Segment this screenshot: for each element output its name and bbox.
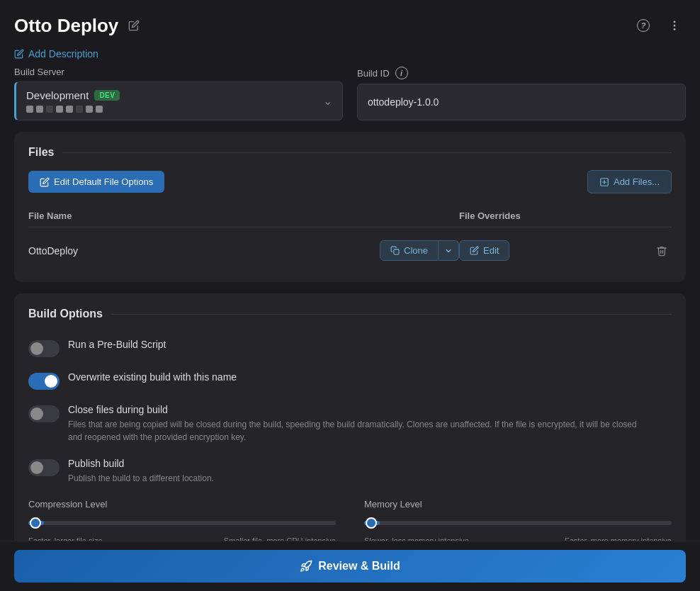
option-pre-build: Run a Pre-Build Script — [28, 332, 672, 364]
app-title: Otto Deploy — [14, 15, 118, 37]
files-panel: Files Edit Default File Options Add File… — [14, 132, 686, 282]
build-server-dropdown[interactable]: Development DEV ⌄ — [14, 81, 343, 120]
add-description-label: Add Description — [28, 48, 98, 60]
build-id-info-icon: i — [395, 67, 408, 79]
add-files-button[interactable]: Add Files... — [587, 170, 672, 193]
files-toolbar: Edit Default File Options Add Files... — [28, 170, 672, 193]
clone-button[interactable]: Clone — [380, 240, 439, 261]
build-options-panel: Build Options Run a Pre-Build Script — [14, 293, 686, 559]
sliders-section: Compression Level Faster, larger file si… — [28, 499, 672, 545]
clone-icon — [390, 246, 400, 255]
add-files-icon — [599, 177, 609, 187]
help-button[interactable]: ? — [632, 14, 655, 37]
svg-point-0 — [674, 21, 676, 23]
toggle-pre-build[interactable] — [28, 340, 60, 357]
build-options-title: Build Options — [28, 308, 103, 320]
toggle-close-files[interactable] — [28, 405, 60, 422]
option-publish: Publish build Publish the build to a dif… — [28, 451, 672, 492]
toggle-publish[interactable] — [28, 459, 60, 476]
build-server-label: Build Server — [14, 67, 343, 77]
edit-override-label: Edit — [483, 245, 499, 256]
table-row: OttoDeploy Clone — [28, 233, 672, 268]
option-overwrite: Overwrite existing build with this name — [28, 364, 672, 397]
build-options-list: Run a Pre-Build Script Overwrite existin… — [28, 332, 672, 492]
ellipsis-icon — [668, 19, 681, 32]
option-publish-label: Publish build — [68, 458, 214, 469]
menu-button[interactable] — [663, 14, 686, 37]
build-server-name: Development — [26, 89, 89, 101]
build-id-input[interactable] — [368, 96, 675, 108]
build-id-field[interactable] — [357, 84, 686, 120]
svg-point-1 — [674, 25, 676, 27]
clone-btn-group: Clone — [380, 240, 459, 261]
files-divider — [62, 152, 672, 153]
memory-track — [364, 521, 672, 525]
svg-rect-4 — [394, 249, 399, 254]
option-close-files-label: Close files during build — [68, 404, 649, 415]
build-id-label: Build ID i — [357, 67, 686, 79]
rocket-icon — [300, 560, 312, 573]
edit-title-button[interactable] — [125, 17, 142, 34]
help-icon: ? — [637, 19, 650, 32]
option-close-files: Close files during build Files that are … — [28, 397, 672, 451]
memory-label: Memory Level — [364, 499, 672, 510]
option-publish-desc: Publish the build to a different locatio… — [68, 472, 214, 485]
compression-label: Compression Level — [28, 499, 336, 510]
trash-icon — [656, 245, 667, 257]
delete-file-button[interactable] — [652, 241, 672, 261]
edit-override-icon — [470, 246, 479, 255]
edit-default-file-options-button[interactable]: Edit Default File Options — [28, 171, 164, 193]
memory-thumb[interactable] — [366, 517, 377, 529]
edit-default-btn-label: Edit Default File Options — [54, 176, 153, 187]
build-options-divider — [111, 314, 672, 315]
clone-dropdown-button[interactable] — [439, 240, 459, 261]
chevron-down-clone-icon — [444, 247, 453, 255]
col-filename-header: File Name — [28, 210, 459, 221]
edit-small-icon — [14, 49, 24, 59]
file-name: OttoDeploy — [28, 245, 380, 257]
option-overwrite-label: Overwrite existing build with this name — [68, 371, 237, 383]
chevron-down-icon: ⌄ — [323, 94, 332, 108]
add-description-button[interactable]: Add Description — [0, 44, 98, 67]
col-overrides-header: File Overrides — [459, 210, 672, 221]
bottom-bar: Review & Build — [0, 541, 700, 591]
option-pre-build-label: Run a Pre-Build Script — [68, 339, 166, 350]
svg-point-2 — [674, 28, 676, 30]
review-build-button[interactable]: Review & Build — [14, 550, 686, 582]
compression-track — [28, 521, 336, 525]
compression-slider-group: Compression Level Faster, larger file si… — [28, 499, 336, 545]
file-actions: Clone — [380, 240, 459, 261]
edit-file-icon — [40, 177, 50, 187]
memory-slider-group: Memory Level Slower, less memory intensi… — [364, 499, 672, 545]
clone-btn-label: Clone — [404, 245, 428, 256]
review-build-label: Review & Build — [318, 560, 400, 573]
dev-badge: DEV — [94, 90, 120, 101]
file-override-area: Edit — [459, 240, 672, 261]
files-section-title: Files — [28, 146, 54, 159]
toggle-overwrite[interactable] — [28, 373, 60, 390]
compression-thumb[interactable] — [30, 517, 41, 529]
build-server-dots — [26, 106, 323, 113]
option-close-files-desc: Files that are being copied will be clos… — [68, 418, 649, 444]
add-files-btn-label: Add Files... — [614, 176, 660, 187]
files-table-header: File Name File Overrides — [28, 205, 672, 227]
file-edit-button[interactable]: Edit — [459, 240, 509, 261]
